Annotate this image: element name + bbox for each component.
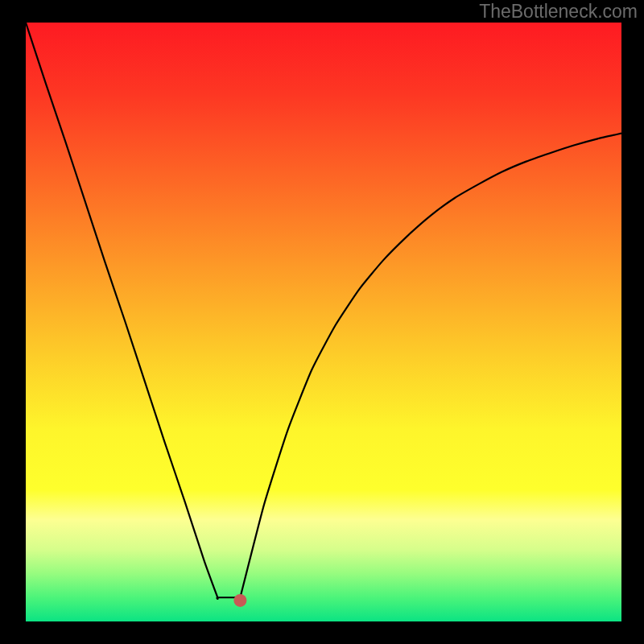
gradient-background bbox=[26, 23, 621, 621]
bottleneck-plot bbox=[26, 23, 621, 621]
chart-frame: TheBottleneck.com bbox=[0, 0, 644, 644]
plot-svg bbox=[26, 23, 621, 621]
minimum-marker bbox=[233, 594, 246, 607]
watermark-text: TheBottleneck.com bbox=[479, 0, 638, 23]
